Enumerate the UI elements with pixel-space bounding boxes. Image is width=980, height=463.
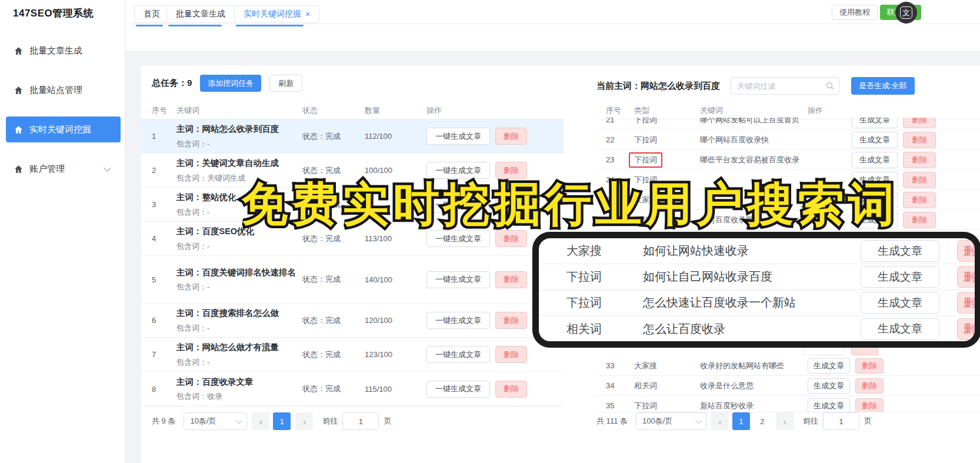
chevron-down-icon	[236, 417, 242, 424]
row-main-word: 主词：百度关键词排名快速排名	[176, 267, 302, 279]
col-no: 序号	[152, 105, 176, 116]
generate-article-button[interactable]: 一键生成文章	[426, 271, 490, 288]
delete-button[interactable]: 删除	[855, 398, 884, 412]
page-number-2[interactable]: 2	[754, 412, 771, 430]
generate-article-button[interactable]: 生成文章	[861, 318, 939, 340]
annotation-red-box: 下拉词	[629, 152, 662, 168]
row-no: 1	[152, 132, 176, 141]
generate-article-button[interactable]: 生成文章	[861, 292, 939, 314]
page-number-1[interactable]: 1	[732, 412, 750, 430]
col-type: 类型	[634, 105, 700, 116]
generate-article-button[interactable]: 生成文章	[861, 240, 939, 262]
table-row[interactable]: 5 主词：百度关键词排名快速排名包含词：- 状态：完成 140/100 一键生成…	[141, 256, 564, 304]
delete-button[interactable]: 删除	[495, 346, 527, 363]
table-row[interactable]: 7 主词：网站怎么做才有流量包含词：- 状态：完成 123/100 一键生成文章…	[141, 338, 564, 372]
generate-article-button[interactable]: 一键生成文章	[426, 312, 490, 329]
generate-article-button[interactable]: 生成文章	[852, 152, 898, 168]
callout-row: 大家搜 如何让网站快速收录 生成文章 删除	[539, 238, 975, 264]
generate-article-button[interactable]: 一键生成文章	[426, 346, 490, 363]
table-row[interactable]: 21 下拉词 哪个网站发帖可以上百度首页 生成文章删除	[596, 118, 980, 130]
delete-button[interactable]: 删除	[957, 292, 980, 314]
home-icon	[14, 85, 24, 95]
table-row[interactable]: 33 大家搜 收录好的发帖网站有哪些 生成文章删除	[596, 356, 980, 376]
generate-article-button[interactable]: 生成文章	[808, 378, 850, 394]
goto-label: 前往	[803, 416, 818, 427]
keyword-filter-input[interactable]	[731, 77, 839, 95]
row-status: 状态：完成	[302, 349, 365, 360]
generate-article-button[interactable]: 生成文章	[861, 266, 939, 288]
tab-label: 实时关键词挖掘	[244, 9, 301, 19]
generate-article-button[interactable]: 生成文章	[808, 398, 850, 412]
table-row[interactable]: 23 下拉词 哪些平台发文容易被百度收录 生成文章删除	[596, 150, 980, 170]
delete-button[interactable]: 删除	[957, 240, 980, 262]
page-size-select[interactable]: 100条/页	[636, 412, 706, 430]
generate-article-button[interactable]: 一键生成文章	[426, 381, 490, 398]
delete-button[interactable]: 删除	[957, 266, 980, 288]
sidebar-item-label: 账户管理	[29, 164, 65, 175]
tab-batch-article[interactable]: 批量文章生成	[166, 5, 235, 23]
row-qty: 112/100	[365, 132, 426, 141]
delete-button[interactable]: 删除	[903, 132, 936, 148]
row-main-word: 主词：百度收录文章	[176, 376, 302, 388]
tab-home[interactable]: 首页	[134, 5, 169, 23]
table-row[interactable]: 35 下拉词 新站百度秒收录 生成文章删除	[596, 396, 980, 412]
delete-button[interactable]: 删除	[495, 128, 527, 145]
tab-bar	[125, 24, 980, 52]
generate-article-button[interactable]: 一键生成文章	[426, 128, 490, 145]
left-panel-header: 总任务：9 添加挖词任务 刷新	[152, 75, 302, 92]
translate-badge-icon[interactable]: 文	[895, 2, 917, 24]
refresh-button[interactable]: 刷新	[269, 75, 302, 92]
table-row[interactable]: 8 主词：百度收录文章包含词：收录 状态：完成 115/100 一键生成文章删除	[141, 372, 564, 407]
sidebar-item-realtime-keyword[interactable]: 实时关键词挖掘	[6, 116, 121, 142]
sidebar-item-batch-site[interactable]: 批量站点管理	[6, 77, 121, 103]
tutorial-button[interactable]: 使用教程	[832, 5, 878, 20]
video-caption-overlay: 免费实时挖掘行业用户搜索词	[241, 174, 899, 236]
page-size-select[interactable]: 10条/页	[184, 412, 247, 430]
prev-page-button[interactable]: ‹	[252, 412, 269, 430]
generate-all-button[interactable]: 是否生成:全部	[851, 77, 915, 95]
row-no: 34	[606, 381, 634, 390]
next-page-button[interactable]: ›	[295, 412, 313, 430]
row-no: 2	[152, 166, 176, 175]
app-title: 147SEO管理系统	[0, 0, 125, 20]
delete-button[interactable]: 删除	[903, 192, 936, 208]
delete-button[interactable]: 删除	[903, 212, 936, 228]
goto-page-input[interactable]	[823, 412, 859, 430]
row-type: 大家搜	[566, 243, 643, 259]
delete-button[interactable]: 删除	[903, 152, 936, 168]
table-row[interactable]: 22 下拉词 哪个网站百度收录快 生成文章删除	[596, 130, 980, 150]
row-keyword: 哪个网站百度收录快	[700, 135, 852, 145]
next-page-button[interactable]: ›	[776, 412, 794, 430]
tab-realtime-keyword[interactable]: 实时关键词挖掘 ×	[234, 5, 319, 23]
table-row[interactable]: 6 主词：百度搜索排名怎么做包含词：- 状态：完成 120/100 一键生成文章…	[141, 304, 564, 338]
table-row[interactable]: 1 主词：网站怎么收录到百度包含词：- 状态：完成 112/100 一键生成文章…	[141, 119, 564, 154]
delete-button[interactable]: 删除	[495, 312, 527, 329]
clipped-button-fragment	[851, 348, 878, 355]
sidebar-item-batch-article[interactable]: 批量文章生成	[6, 38, 121, 64]
current-main-word-label: 当前主词：网站怎么收录到百度	[596, 81, 720, 92]
delete-button[interactable]: 删除	[957, 318, 980, 340]
row-no: 7	[152, 350, 176, 359]
delete-button[interactable]: 删除	[495, 271, 527, 288]
sidebar-item-label: 批量站点管理	[29, 85, 82, 96]
table-row[interactable]: 34 相关词 收录是什么意思 生成文章删除	[596, 376, 980, 396]
row-status: 状态：完成	[302, 384, 365, 394]
row-keyword: 新站百度秒收录	[700, 401, 808, 411]
delete-button[interactable]: 删除	[855, 378, 884, 394]
home-icon	[14, 46, 24, 56]
generate-article-button[interactable]: 生成文章	[808, 358, 850, 374]
prev-page-button[interactable]: ‹	[711, 412, 729, 430]
generate-article-button[interactable]: 生成文章	[852, 132, 898, 148]
delete-button[interactable]: 删除	[903, 118, 936, 128]
clipped-button-fragment	[803, 348, 844, 355]
delete-button[interactable]: 删除	[495, 381, 527, 398]
sidebar-item-account[interactable]: 账户管理	[6, 156, 121, 182]
close-icon[interactable]: ×	[305, 9, 310, 19]
delete-button[interactable]: 删除	[855, 358, 884, 374]
add-task-button[interactable]: 添加挖词任务	[200, 75, 261, 92]
goto-page-input[interactable]	[342, 412, 379, 430]
delete-button[interactable]: 删除	[903, 172, 936, 188]
page-number-1[interactable]: 1	[273, 412, 291, 430]
generate-article-button[interactable]: 生成文章	[852, 118, 898, 128]
keyword-filter	[731, 77, 839, 95]
